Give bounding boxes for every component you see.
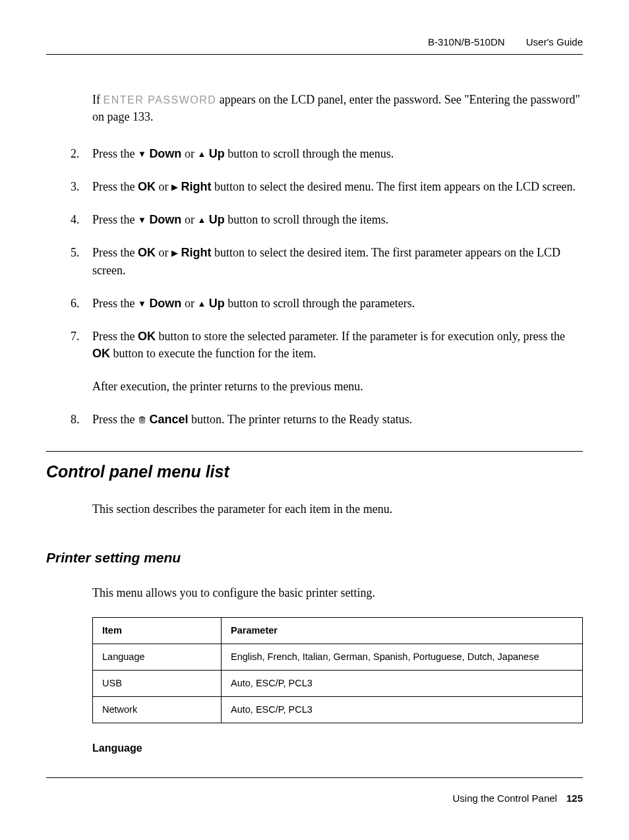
step-6: 6. Press the ▼ Down or ▲ Up button to sc… [71,295,583,312]
up-triangle-icon: ▲ [197,148,206,161]
page-number: 125 [566,793,583,804]
table-row: Network Auto, ESC/P, PCL3 [93,697,583,723]
page-header: B-310N/B-510DN User's Guide [46,36,583,55]
doc-title: User's Guide [526,36,583,47]
model-number: B-310N/B-510DN [428,36,505,47]
heading-control-panel-menu-list: Control panel menu list [46,460,583,483]
table-row: Language English, French, Italian, Germa… [93,644,583,671]
h3-paragraph: This menu allows you to configure the ba… [92,584,583,601]
down-triangle-icon: ▼ [138,148,146,161]
page-footer: Using the Control Panel125 [46,777,583,804]
table-header-row: Item Parameter [93,618,583,644]
right-triangle-icon: ▶ [171,247,178,260]
table-row: USB Auto, ESC/P, PCL3 [93,671,583,697]
steps-list: 2. Press the ▼ Down or ▲ Up button to sc… [71,145,583,428]
step-7: 7. Press the OK button to store the sele… [71,328,583,395]
h2-paragraph: This section describes the parameter for… [92,500,583,518]
note-paragraph: If ENTER PASSWORD appears on the LCD pan… [92,91,583,125]
step-4: 4. Press the ▼ Down or ▲ Up button to sc… [71,211,583,228]
section-rule [46,451,583,452]
step-2: 2. Press the ▼ Down or ▲ Up button to sc… [71,145,583,162]
step-3: 3. Press the OK or ▶ Right button to sel… [71,178,583,195]
up-triangle-icon: ▲ [197,214,206,227]
up-triangle-icon: ▲ [197,298,206,311]
step-8: 8. Press the Cancel button. The printer … [71,411,583,428]
down-triangle-icon: ▼ [138,214,146,227]
settings-table: Item Parameter Language English, French,… [92,617,583,723]
trash-icon [138,411,146,420]
step-5: 5. Press the OK or ▶ Right button to sel… [71,244,583,278]
heading-printer-setting-menu: Printer setting menu [46,548,583,568]
heading-language: Language [92,740,583,756]
footer-section: Using the Control Panel [453,793,557,804]
right-triangle-icon: ▶ [171,181,178,194]
lcd-text: ENTER PASSWORD [104,94,217,105]
down-triangle-icon: ▼ [138,298,146,311]
